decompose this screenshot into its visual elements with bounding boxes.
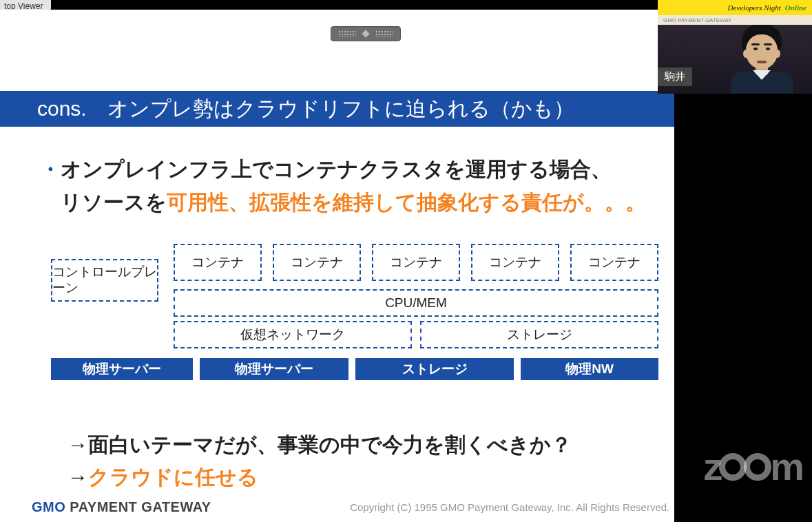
conclusion-arrow: →	[67, 466, 88, 488]
body-line-1: オンプレインフラ上でコンテナクラスタを運用する場合、	[61, 158, 612, 180]
slide-title: cons. オンプレ勢はクラウドリフトに迫られる（かも）	[0, 91, 730, 127]
copyright-text: Copyright (C) 1995 GMO Payment Gateway, …	[350, 501, 669, 513]
bullet-dot: ・	[40, 158, 61, 180]
share-toolbar-handle[interactable]	[331, 26, 401, 41]
virtual-network-box: 仮想ネットワーク	[174, 321, 412, 348]
event-banner: Developers Night Online	[658, 0, 812, 15]
zoom-letter-o-icon	[744, 453, 771, 481]
zoom-letter-m: m	[770, 444, 802, 489]
physical-nw-box: 物理NW	[521, 358, 658, 380]
body-line-2-emphasis: 可用性、拡張性を維持して抽象化する責任が。。。	[167, 191, 646, 213]
storage-solid-box: ストレージ	[355, 358, 514, 380]
event-banner-badge: Online	[785, 3, 806, 12]
footer-logo-gmo: GMO	[32, 499, 65, 514]
container-box: コンテナ	[174, 244, 262, 281]
event-banner-title: Developers Night	[728, 3, 781, 12]
container-box: コンテナ	[372, 244, 460, 281]
event-banner-sub: GMO PAYMENT GATEWAY	[658, 15, 812, 25]
slide: cons. オンプレ勢はクラウドリフトに迫られる（かも） ・オンプレインフラ上で…	[0, 10, 730, 522]
drag-dots-icon	[375, 30, 393, 37]
conclusion-block: →面白いテーマだが、事業の中で今力を割くべきか？ →クラウドに任せる	[67, 428, 572, 494]
conclusion-emphasis: クラウドに任せる	[88, 466, 258, 488]
zoom-letter-o-icon	[719, 453, 747, 481]
drag-dots-icon	[338, 30, 356, 37]
footer-right: Copyright (C) 1995 GMO Payment Gateway, …	[350, 501, 709, 514]
physical-server-box: 物理サーバー	[200, 358, 348, 380]
conclusion-line-1: →面白いテーマだが、事業の中で今力を割くべきか？	[67, 428, 572, 461]
presenter-avatar	[720, 25, 802, 94]
diamond-icon	[362, 30, 369, 37]
slide-footer: GMO PAYMENT GATEWAY Copyright (C) 1995 G…	[32, 499, 709, 515]
presenter-name-tag: 駒井	[658, 67, 692, 86]
container-box: コンテナ	[273, 244, 361, 281]
footer-logo: GMO PAYMENT GATEWAY	[32, 499, 211, 515]
container-box: コンテナ	[471, 244, 559, 281]
container-box: コンテナ	[570, 244, 658, 281]
control-plane-box: コントロールプレーン	[51, 259, 158, 302]
footer-logo-rest: PAYMENT GATEWAY	[65, 499, 211, 514]
storage-dashed-box: ストレージ	[420, 321, 658, 348]
physical-server-box: 物理サーバー	[51, 358, 193, 380]
slide-body: ・オンプレインフラ上でコンテナクラスタを運用する場合、 リソースを可用性、拡張性…	[40, 153, 702, 219]
cpu-mem-box: CPU/MEM	[174, 289, 658, 317]
body-line-2-plain: リソースを	[61, 191, 167, 213]
slide-area: cons. オンプレ勢はクラウドリフトに迫られる（かも） ・オンプレインフラ上で…	[0, 10, 730, 522]
zoom-watermark: z m	[703, 444, 802, 489]
zoom-letter-z: z	[703, 444, 720, 489]
